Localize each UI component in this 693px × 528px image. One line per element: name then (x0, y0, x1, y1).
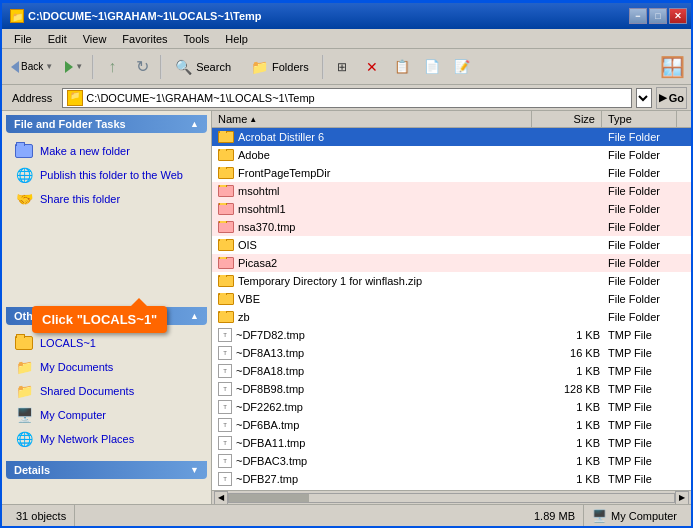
main-window: 📁 C:\DOCUME~1\GRAHAM~1\LOCALS~1\Temp − □… (0, 0, 693, 528)
file-row-tmp-4[interactable]: T ~DF2262.tmp 1 KB TMP File (212, 398, 691, 416)
toolbar-separator-2 (160, 55, 162, 79)
file-row-adobe[interactable]: Adobe File Folder (212, 146, 691, 164)
file-name-adobe: Adobe (214, 149, 534, 161)
file-name-picasa2: Picasa2 (214, 257, 534, 269)
maximize-button[interactable]: □ (649, 8, 667, 24)
go-button[interactable]: ▶ Go (656, 87, 687, 109)
column-size-header[interactable]: Size (532, 111, 602, 127)
address-dropdown[interactable] (636, 88, 652, 108)
column-name-header[interactable]: Name ▲ (212, 111, 532, 127)
my-network-label: My Network Places (40, 433, 134, 445)
folder-icon-ois (218, 239, 234, 251)
copy-button[interactable]: 📋 (388, 53, 416, 81)
menu-file[interactable]: File (6, 31, 40, 47)
share-folder-icon: 🤝 (14, 189, 34, 209)
locals1-label: LOCALS~1 (40, 337, 96, 349)
file-size-tmp-8: 1 KB (534, 473, 604, 485)
file-row-acrobat[interactable]: Acrobat Distiller 6 File Folder (212, 128, 691, 146)
file-row-tmp-5[interactable]: T ~DF6BA.tmp 1 KB TMP File (212, 416, 691, 434)
back-icon (11, 61, 19, 73)
share-folder-link[interactable]: 🤝 Share this folder (10, 187, 203, 211)
menu-edit[interactable]: Edit (40, 31, 75, 47)
file-type-tmp-1: TMP File (604, 347, 689, 359)
locals1-icon (14, 333, 34, 353)
address-path: C:\DOCUME~1\GRAHAM~1\LOCALS~1\Temp (86, 92, 314, 104)
my-documents-folder-icon: 📁 (16, 359, 33, 375)
file-name-tmp-4: T ~DF2262.tmp (214, 400, 534, 414)
delete-button[interactable]: ✕ (358, 53, 386, 81)
file-folder-tasks-header[interactable]: File and Folder Tasks ▲ (6, 115, 207, 133)
file-type-tmp-0: TMP File (604, 329, 689, 341)
up-icon: ↑ (108, 58, 116, 76)
back-button[interactable]: Back ▼ (6, 53, 58, 81)
paste-button[interactable]: 📄 (418, 53, 446, 81)
file-row-tmp-7[interactable]: T ~DFBAC3.tmp 1 KB TMP File (212, 452, 691, 470)
file-row-msohtml1[interactable]: msohtml1 File Folder (212, 200, 691, 218)
file-row-picasa2[interactable]: Picasa2 File Folder (212, 254, 691, 272)
menu-view[interactable]: View (75, 31, 115, 47)
file-row-tmp-0[interactable]: T ~DF7D82.tmp 1 KB TMP File (212, 326, 691, 344)
details-section: Details ▼ (6, 461, 207, 479)
hscroll-thumb[interactable] (229, 494, 309, 502)
search-button[interactable]: 🔍 Search (166, 53, 240, 81)
file-type-msohtml: File Folder (604, 185, 689, 197)
column-type-label: Type (608, 113, 632, 125)
folders-button[interactable]: 📁 Folders (242, 53, 318, 81)
undo-button[interactable]: 📝 (448, 53, 476, 81)
file-row-tmp-6[interactable]: T ~DFBA11.tmp 1 KB TMP File (212, 434, 691, 452)
file-row-tmp-3[interactable]: T ~DF8B98.tmp 128 KB TMP File (212, 380, 691, 398)
file-list-body[interactable]: Acrobat Distiller 6 File Folder Adobe Fi… (212, 128, 691, 490)
file-name-tmp-8: T ~DFB27.tmp (214, 472, 534, 486)
close-button[interactable]: ✕ (669, 8, 687, 24)
refresh-button[interactable]: ↻ (128, 53, 156, 81)
file-size-tmp-1: 16 KB (534, 347, 604, 359)
my-computer-link[interactable]: 🖥️ My Computer (10, 403, 203, 427)
file-row-frontpage[interactable]: FrontPageTempDir File Folder (212, 164, 691, 182)
xp-logo-icon: 🪟 (660, 55, 685, 79)
tmp-icon-7: T (218, 454, 232, 468)
shared-documents-link[interactable]: 📁 Shared Documents (10, 379, 203, 403)
file-row-nsa370[interactable]: nsa370.tmp File Folder (212, 218, 691, 236)
column-size-label: Size (574, 113, 595, 125)
file-row-ois[interactable]: OIS File Folder (212, 236, 691, 254)
tmp-icon-2: T (218, 364, 232, 378)
file-row-tmp-1[interactable]: T ~DF8A13.tmp 16 KB TMP File (212, 344, 691, 362)
file-row-zb[interactable]: zb File Folder (212, 308, 691, 326)
other-places-content: LOCALS~1 📁 My Documents 📁 Shared Documen… (6, 325, 207, 457)
file-row-tempdir[interactable]: Temporary Directory 1 for winflash.zip F… (212, 272, 691, 290)
horizontal-scrollbar[interactable]: ◀ ▶ (212, 490, 691, 504)
details-header[interactable]: Details ▼ (6, 461, 207, 479)
menu-tools[interactable]: Tools (176, 31, 218, 47)
up-button[interactable]: ↑ (98, 53, 126, 81)
file-row-tmp-8[interactable]: T ~DFB27.tmp 1 KB TMP File (212, 470, 691, 488)
hscroll-track[interactable] (228, 493, 675, 503)
file-row-vbe[interactable]: VBE File Folder (212, 290, 691, 308)
my-documents-icon: 📁 (14, 357, 34, 377)
file-row-tmp-2[interactable]: T ~DF8A18.tmp 1 KB TMP File (212, 362, 691, 380)
publish-folder-link[interactable]: 🌐 Publish this folder to the Web (10, 163, 203, 187)
file-name-msohtml: msohtml (214, 185, 534, 197)
file-type-tmp-3: TMP File (604, 383, 689, 395)
callout-text: Click "LOCALS~1" (42, 312, 157, 327)
menu-favorites[interactable]: Favorites (114, 31, 175, 47)
my-network-link[interactable]: 🌐 My Network Places (10, 427, 203, 451)
views-button[interactable]: ⊞ (328, 53, 356, 81)
shared-documents-icon: 📁 (14, 381, 34, 401)
folder-icon-adobe (218, 149, 234, 161)
hscroll-right-btn[interactable]: ▶ (675, 491, 689, 505)
file-row-msohtml[interactable]: msohtml File Folder (212, 182, 691, 200)
my-documents-link[interactable]: 📁 My Documents (10, 355, 203, 379)
my-computer-label: My Computer (40, 409, 106, 421)
computer-icon: 🖥️ (16, 407, 33, 423)
menu-help[interactable]: Help (217, 31, 256, 47)
forward-button[interactable]: ▼ (60, 53, 88, 81)
minimize-button[interactable]: − (629, 8, 647, 24)
column-type-header[interactable]: Type (602, 111, 677, 127)
make-new-folder-link[interactable]: Make a new folder (10, 139, 203, 163)
make-new-folder-label: Make a new folder (40, 145, 130, 157)
address-input-container[interactable]: 📁 C:\DOCUME~1\GRAHAM~1\LOCALS~1\Temp (62, 88, 631, 108)
file-name-tmp-0: T ~DF7D82.tmp (214, 328, 534, 342)
locals1-link[interactable]: LOCALS~1 (10, 331, 203, 355)
go-arrow-icon: ▶ (659, 92, 667, 103)
hscroll-left-btn[interactable]: ◀ (214, 491, 228, 505)
